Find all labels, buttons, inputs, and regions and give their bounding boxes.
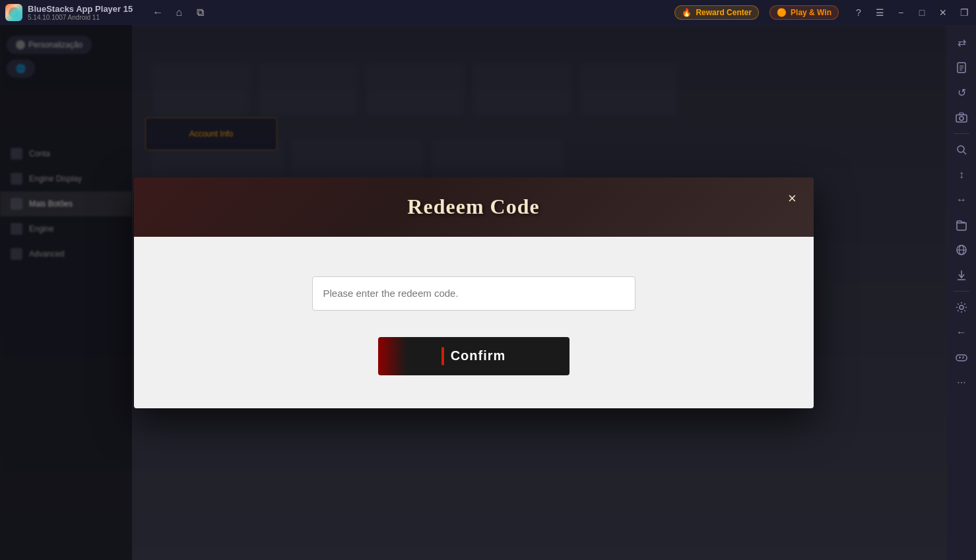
svg-point-0 [9, 7, 19, 18]
tabs-button[interactable]: ⧉ [191, 3, 209, 22]
close-button[interactable]: ✕ [934, 3, 952, 22]
sidebar-icon-download[interactable] [950, 263, 973, 287]
svg-rect-16 [956, 355, 967, 361]
svg-point-6 [960, 117, 963, 121]
sidebar-icon-settings[interactable] [950, 296, 973, 319]
modal-header: Redeem Code × [134, 177, 814, 237]
help-button[interactable]: ? [849, 3, 868, 22]
back-button[interactable]: ← [148, 3, 167, 22]
modal-body: Confirm [134, 237, 814, 408]
sidebar-icon-back[interactable]: ← [950, 321, 973, 344]
main-content: Personalização 🌐 Conta Engine Display Ma… [0, 25, 947, 560]
app-subtitle: 5.14.10.1007 Android 11 [28, 14, 133, 21]
confirm-button[interactable]: Confirm [378, 337, 569, 375]
sidebar-divider-2 [954, 291, 969, 292]
restore-button[interactable]: ❐ [955, 3, 973, 22]
confirm-btn-accent [441, 347, 444, 365]
title-bar: BlueStacks App Player 15 5.14.10.1007 An… [0, 0, 976, 25]
svg-point-8 [958, 146, 964, 152]
app-title: BlueStacks App Player 15 [28, 4, 133, 14]
svg-point-20 [962, 358, 963, 359]
sidebar-icon-resize-h[interactable]: ↔ [950, 188, 973, 212]
play-win-button[interactable]: 🟠 Play & Win [769, 5, 839, 20]
app-info: BlueStacks App Player 15 5.14.10.1007 An… [28, 4, 133, 21]
right-sidebar: ⇄ ↺ ↕ ↔ [947, 25, 976, 560]
svg-rect-5 [956, 115, 967, 122]
sidebar-icon-refresh[interactable]: ↺ [950, 80, 973, 104]
title-bar-nav: ← ⌂ ⧉ [148, 3, 209, 22]
title-bar-center: 🔥 Reward Center 🟠 Play & Win [674, 5, 839, 20]
svg-point-15 [960, 305, 963, 309]
sidebar-icon-gamepad[interactable] [950, 346, 973, 369]
sidebar-icon-zoom[interactable] [950, 138, 973, 162]
minimize-button[interactable]: − [892, 3, 910, 22]
home-button[interactable]: ⌂ [170, 3, 188, 22]
play-win-icon: 🟠 [777, 8, 787, 17]
play-win-label: Play & Win [791, 8, 831, 17]
sidebar-icon-clipboard[interactable] [950, 55, 973, 79]
confirm-label: Confirm [451, 348, 506, 363]
svg-rect-7 [960, 113, 963, 115]
sidebar-divider-1 [954, 133, 969, 134]
window-controls: ? ☰ − □ ✕ ❐ [849, 3, 976, 22]
sidebar-icon-more[interactable]: ··· [950, 371, 973, 394]
menu-button[interactable]: ☰ [870, 3, 889, 22]
sidebar-icon-globe[interactable] [950, 238, 973, 262]
maximize-button[interactable]: □ [913, 3, 931, 22]
sidebar-icon-camera[interactable] [950, 106, 973, 129]
modal-close-button[interactable]: × [782, 188, 803, 209]
redeem-code-input[interactable] [312, 276, 635, 311]
sidebar-icon-folder[interactable] [950, 213, 973, 237]
svg-line-9 [963, 152, 966, 154]
svg-point-19 [963, 356, 964, 358]
title-bar-left: BlueStacks App Player 15 5.14.10.1007 An… [0, 3, 674, 22]
reward-icon: 🔥 [682, 8, 692, 17]
sidebar-icon-resize-v[interactable]: ↕ [950, 163, 973, 187]
modal-title: Redeem Code [407, 195, 539, 219]
app-logo [5, 4, 22, 21]
reward-center-label: Reward Center [696, 8, 752, 17]
modal-overlay: Redeem Code × Confirm [0, 25, 947, 560]
redeem-modal: Redeem Code × Confirm [134, 177, 814, 408]
reward-center-button[interactable]: 🔥 Reward Center [674, 5, 759, 20]
sidebar-icon-swap[interactable]: ⇄ [950, 30, 973, 54]
